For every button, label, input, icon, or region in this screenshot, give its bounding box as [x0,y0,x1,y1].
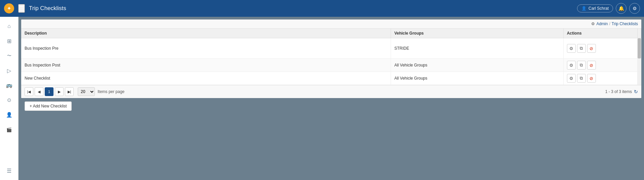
app-logo: ✦ [4,3,14,13]
sidebar-item-list[interactable]: ☰ [3,165,15,177]
table-row: New Checklist All Vehicle Groups ⚙ ⧉ ⊘ [21,72,641,85]
bell-icon: 🔔 [618,6,624,11]
content-area: ⚙ Admin / Trip Checklists Description Ve… [19,17,644,180]
sidebar-item-grid[interactable]: ⊞ [3,35,15,47]
breadcrumb-current: Trip Checklists [612,21,638,26]
add-checklist-button[interactable]: + Add New Checklist [25,101,72,111]
logo-icon: ✦ [7,6,11,11]
action-buttons: ⚙ ⧉ ⊘ [567,44,634,53]
checklist-table: Description Vehicle Groups Actions Bus I… [21,29,641,85]
breadcrumb: ⚙ Admin / Trip Checklists [21,19,641,29]
page-info-text: 1 - 3 of 3 items [605,89,632,94]
last-page-icon: ▶| [68,90,71,94]
edit-settings-button[interactable]: ⚙ [567,44,576,53]
pagination-bar: |◀ ◀ 1 ▶ ▶| 20 50 100 Items per page [21,85,641,98]
refresh-icon: ↻ [634,89,638,94]
user-icon: 👤 [581,6,586,11]
cell-actions: ⚙ ⧉ ⊘ [563,38,637,59]
delete-button[interactable]: ⊘ [587,44,596,53]
page-title: Trip Checklists [29,5,573,12]
table-row: Bus Inspection Pre STRIDE ⚙ ⧉ ⊘ [21,38,641,59]
sidebar-item-person[interactable]: 👤 [3,109,15,121]
action-buttons: ⚙ ⧉ ⊘ [567,61,634,70]
sidebar: ⌂ ⊞ 〜 ▷ 🚌 ⊙ 👤 🎬 ☰ [0,17,19,180]
content-panel: ⚙ Admin / Trip Checklists Description Ve… [21,19,641,98]
page-1-button[interactable]: 1 [45,87,53,96]
last-page-button[interactable]: ▶| [65,87,74,96]
settings-button[interactable]: ⚙ [629,3,640,14]
items-per-page-label: Items per page [98,89,124,94]
page-info: 1 - 3 of 3 items ↻ [605,89,638,94]
table-container: Description Vehicle Groups Actions Bus I… [21,29,641,85]
delete-button[interactable]: ⊘ [587,61,596,70]
first-page-icon: |◀ [27,90,31,94]
sidebar-item-camera[interactable]: 🎬 [3,124,15,136]
cell-vehicle-groups: All Vehicle Groups [391,72,563,85]
breadcrumb-separator: / [609,21,610,26]
sidebar-item-activity[interactable]: 〜 [3,50,15,62]
header-right: 👤 Carl Schrat 🔔 ⚙ [577,3,640,14]
action-buttons: ⚙ ⧉ ⊘ [567,74,634,83]
refresh-button[interactable]: ↻ [634,89,638,94]
copy-button[interactable]: ⧉ [577,61,586,70]
cell-description: Bus Inspection Post [21,59,391,72]
table-header-row: Description Vehicle Groups Actions [21,29,641,38]
cell-vehicle-groups: All Vehicle Groups [391,59,563,72]
cell-vehicle-groups: STRIDE [391,38,563,59]
col-header-description: Description [21,29,391,38]
cell-description: Bus Inspection Pre [21,38,391,59]
next-page-icon: ▶ [58,90,61,94]
scrollbar-header [638,29,641,38]
user-name: Carl Schrat [588,6,609,11]
cell-actions: ⚙ ⧉ ⊘ [563,59,637,72]
first-page-button[interactable]: |◀ [25,87,33,96]
notifications-button[interactable]: 🔔 [616,3,627,14]
edit-settings-button[interactable]: ⚙ [567,74,576,83]
items-per-page-select[interactable]: 20 50 100 [78,87,95,96]
hamburger-button[interactable]: ☰ [18,4,25,13]
gear-icon: ⚙ [633,6,637,11]
top-navigation: ✦ ☰ Trip Checklists 👤 Carl Schrat 🔔 ⚙ [0,0,644,17]
edit-settings-button[interactable]: ⚙ [567,61,576,70]
prev-page-button[interactable]: ◀ [35,87,43,96]
scrollbar-cell [638,72,641,85]
sidebar-item-play[interactable]: ▷ [3,64,15,77]
col-header-actions: Actions [563,29,637,38]
delete-button[interactable]: ⊘ [587,74,596,83]
col-header-vehicle-groups: Vehicle Groups [391,29,563,38]
cell-description: New Checklist [21,72,391,85]
scrollbar-cell [638,38,641,59]
breadcrumb-admin[interactable]: Admin [596,21,608,26]
scrollbar-cell [638,59,641,72]
prev-page-icon: ◀ [38,90,40,94]
add-button-bar: + Add New Checklist [21,98,641,114]
user-menu-button[interactable]: 👤 Carl Schrat [577,4,613,12]
next-page-button[interactable]: ▶ [55,87,64,96]
sidebar-item-home[interactable]: ⌂ [3,20,15,32]
cell-actions: ⚙ ⧉ ⊘ [563,72,637,85]
sidebar-item-bus[interactable]: 🚌 [3,79,15,91]
breadcrumb-admin-icon: ⚙ [591,21,595,26]
copy-button[interactable]: ⧉ [577,74,586,83]
copy-button[interactable]: ⧉ [577,44,586,53]
sidebar-item-driver[interactable]: ⊙ [3,94,15,106]
table-scroll-area: Description Vehicle Groups Actions Bus I… [21,29,641,85]
main-layout: ⌂ ⊞ 〜 ▷ 🚌 ⊙ 👤 🎬 ☰ ⚙ Admin / Trip Checkli… [0,17,644,180]
table-row: Bus Inspection Post All Vehicle Groups ⚙… [21,59,641,72]
